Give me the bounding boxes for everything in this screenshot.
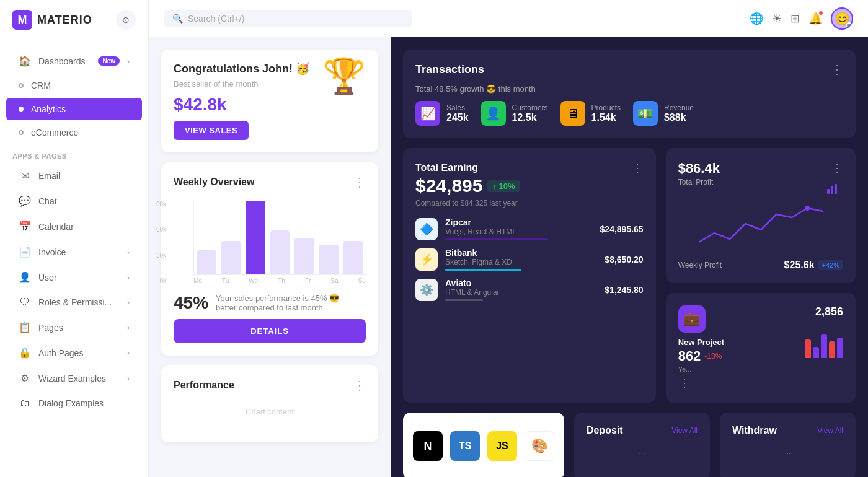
sidebar-item-crm[interactable]: CRM	[6, 74, 142, 97]
y-label: 0k	[156, 278, 166, 284]
sidebar-item-user[interactable]: 👤 User ›	[6, 265, 142, 289]
chevron-right-icon: ›	[127, 248, 130, 256]
project-count: 2,856	[815, 305, 843, 318]
translate-icon[interactable]: 🌐	[750, 12, 763, 25]
sidebar-item-ecommerce[interactable]: eCommerce	[6, 121, 142, 144]
project-menu-button[interactable]: ⋮	[678, 375, 691, 390]
nav-dot-ecommerce	[19, 130, 24, 135]
sidebar-item-label: Calendar	[38, 222, 130, 232]
sidebar-item-dashboards[interactable]: 🏠 Dashboards New ›	[6, 49, 142, 73]
revenue-icon: 💵	[633, 101, 658, 126]
growth-emoji: 😎	[486, 84, 498, 94]
profit-right: ⋮	[821, 160, 843, 200]
nextjs-logo: N	[413, 431, 443, 461]
sidebar-item-pages[interactable]: 📋 Pages ›	[6, 315, 142, 339]
withdraw-content: ...	[732, 436, 843, 467]
sidebar-item-wizard[interactable]: ⚙ Wizard Examples ›	[6, 366, 142, 390]
view-sales-button[interactable]: VIEW SALES	[174, 121, 249, 140]
sidebar-item-label: CRM	[31, 81, 130, 90]
notification-dot	[818, 11, 823, 15]
sidebar-item-dialog[interactable]: 🗂 Dialog Examples	[6, 392, 142, 415]
profit-amount: $86.4k	[678, 160, 720, 177]
app-name: MATERIO	[37, 14, 92, 27]
topbar: 🔍 Search (Ctrl+/) 🌐 ☀ ⊞ 🔔 😊	[149, 0, 868, 37]
mini-bar-4	[829, 341, 835, 358]
bar-item-active	[246, 201, 265, 274]
zipcar-sub: Vuejs, React & HTML	[445, 227, 593, 236]
project-sub-label: Ye...	[678, 365, 757, 373]
sidebar-logo: M MATERIO ⊙	[0, 0, 148, 40]
sidebar-item-email[interactable]: ✉ Email	[6, 164, 142, 188]
mini-bar-2	[813, 347, 819, 358]
sidebar-toggle-button[interactable]: ⊙	[116, 10, 136, 30]
withdraw-view-all[interactable]: View All	[817, 426, 843, 435]
deposit-view-all[interactable]: View All	[671, 426, 698, 435]
y-label: 30k	[156, 252, 166, 259]
x-label: Tu	[222, 278, 229, 284]
sidebar-item-analytics[interactable]: Analytics	[6, 98, 142, 120]
aviato-info: Aviato HTML & Angular	[445, 278, 597, 301]
sales-label: Sales	[446, 103, 469, 112]
figma-logo: 🎨	[525, 431, 554, 461]
mini-bar-3	[821, 334, 827, 358]
search-bar[interactable]: 🔍 Search (Ctrl+/)	[164, 10, 412, 27]
brightness-icon[interactable]: ☀	[772, 12, 782, 25]
transaction-item-bitbank: ⚡ Bitbank Sketch, Figma & XD $8,650.20	[415, 248, 644, 271]
aviato-name: Aviato	[445, 278, 597, 288]
transactions-header: Transactions ⋮	[415, 62, 843, 77]
chevron-right-icon: ›	[127, 374, 130, 383]
weekly-profit-row: Weekly Profit $25.6k +42%	[678, 260, 843, 271]
sidebar-item-chat[interactable]: 💬 Chat	[6, 189, 142, 213]
grid-icon[interactable]: ⊞	[790, 12, 800, 25]
sidebar-item-calendar[interactable]: 📅 Calendar	[6, 214, 142, 239]
notification-bell-icon[interactable]: 🔔	[808, 12, 822, 25]
sidebar-item-label: Dialog Examples	[38, 398, 130, 408]
customers-value: 12.5k	[512, 112, 548, 123]
bitbank-logo: ⚡	[415, 248, 438, 271]
customers-icon: 👤	[481, 101, 506, 126]
zipcar-progress-bar	[445, 239, 548, 240]
bitbank-amount: $8,650.20	[604, 255, 643, 265]
earning-menu-button[interactable]: ⋮	[631, 160, 644, 175]
stat-sales: 📈 Sales 245k	[415, 101, 469, 126]
withdraw-header: Withdraw View All	[732, 425, 843, 436]
deposit-title: Deposit	[587, 425, 623, 436]
x-label: Fr	[305, 278, 311, 284]
growth-period: this month	[498, 84, 536, 94]
left-panel: Congratulations John! 🥳 Best seller of t…	[149, 37, 391, 477]
sidebar-item-roles[interactable]: 🛡 Roles & Permissi... ›	[6, 291, 142, 314]
customers-label: Customers	[512, 103, 548, 112]
total-earning-card: Total Earning ⋮ $24,895 ↑ 10% Compared t…	[403, 148, 656, 403]
weekly-overview-card: Weekly Overview ⋮ 90k 60k 30k 0k	[161, 162, 378, 356]
sidebar: M MATERIO ⊙ 🏠 Dashboards New › CRM Analy…	[0, 0, 149, 477]
new-badge: New	[98, 56, 120, 66]
sidebar-item-auth[interactable]: 🔒 Auth Pages ›	[6, 341, 142, 365]
sidebar-item-invoice[interactable]: 📄 Invoice ›	[6, 240, 142, 264]
weekly-card-header: Weekly Overview ⋮	[174, 175, 366, 190]
weekly-profit-pct: +42%	[818, 260, 843, 270]
avatar[interactable]: 😊	[831, 7, 853, 30]
pages-icon: 📋	[19, 322, 31, 333]
lock-icon: 🔒	[19, 347, 31, 359]
chevron-right-icon: ›	[127, 298, 130, 307]
content-area: Congratulations John! 🥳 Best seller of t…	[149, 37, 868, 477]
performance-menu-button[interactable]: ⋮	[353, 378, 366, 393]
dialog-icon: 🗂	[19, 398, 31, 409]
javascript-logo: JS	[487, 431, 517, 461]
profit-menu-button[interactable]: ⋮	[831, 160, 843, 175]
chat-icon: 💬	[19, 195, 31, 207]
weekly-chart: 90k 60k 30k 0k Mo	[174, 201, 366, 284]
chevron-right-icon: ›	[127, 273, 130, 282]
earning-amount: $24,895 ↑ 10%	[415, 175, 644, 196]
mini-bar-5	[837, 338, 843, 358]
transactions-list: 🔷 Zipcar Vuejs, React & HTML $24,895.65 …	[415, 217, 644, 301]
transactions-menu-button[interactable]: ⋮	[831, 62, 843, 77]
stat-products: 🖥 Products 1.54k	[560, 101, 621, 126]
sidebar-item-label: eCommerce	[31, 128, 130, 138]
user-icon: 👤	[19, 271, 31, 283]
performance-card-header: Performance ⋮	[174, 378, 366, 393]
details-button[interactable]: DETAILS	[174, 319, 366, 343]
project-icon: 💼	[678, 305, 706, 333]
weekly-menu-button[interactable]: ⋮	[353, 175, 366, 190]
search-placeholder: Search (Ctrl+/)	[188, 14, 244, 24]
